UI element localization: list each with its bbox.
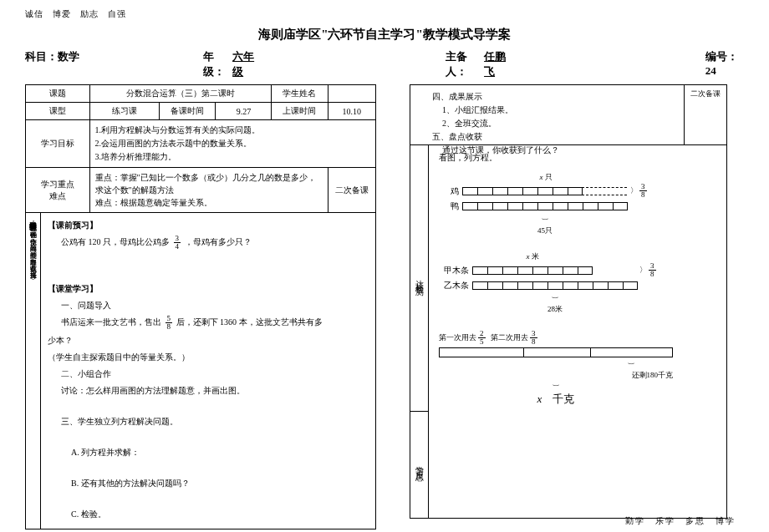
topic-table: 课题 分数混合运算（三）第二课时 学生姓名 课型 练习课 备课时间 9.27 上… [25,84,376,213]
section-2-text: 讨论：怎么样用画图的方法理解题意，并画出图。 [61,383,369,398]
right-top-content: 四、成果展示 1、小组汇报结果。 2、全班交流。 五、盘点收获 通过这节课，你收… [410,85,685,144]
diagrams-area: 看图，列方程。 x 只 鸡 〉38 鸭 [429,145,726,518]
page-title: 海则庙学区"六环节自主学习"教学模式导学案 [25,27,744,43]
question-end: 少本？ [48,333,369,347]
preview-question: 公鸡有 120 只，母鸡比公鸡多 34 ，母鸡有多少只？ [61,235,369,251]
goal-3: 3.培养分析推理能力。 [95,150,370,164]
use2-label: 第二次用去 [491,332,528,343]
section-3a: A. 列方程并求解： [71,445,369,459]
right-top-box: 四、成果展示 1、小组汇报结果。 2、全班交流。 五、盘点收获 通过这节课，你收… [410,84,727,145]
section-3b: B. 还有其他的方法解决问题吗？ [71,476,369,490]
diagram-2: x 米 甲木条 〉38 乙木条 ︸ 28米 [439,251,716,315]
section-3: 三、学生独立列方程解决问题。 [61,414,369,428]
side-sublabel: （呈现目标，明确任务；合作交流，问题导向；生问师答，定向释疑；盘点收获，拓展提升… [27,218,38,275]
question-bookstore: 书店运来一批文艺书，售出 58 后，还剩下 1360 本，这批文艺书共有多 [61,315,369,331]
section-4a: 1、小组汇报结果。 [442,104,675,117]
cell-student-value [328,85,376,103]
diagram-heading: 看图，列方程。 [439,152,716,164]
bar-b-label: 乙木条 [439,280,472,291]
grade-value: 六年级 [232,49,262,79]
host-label: 主备人： [446,49,484,79]
main-content: 【课前预习】 公鸡有 120 只，母鸡比公鸡多 34 ，母鸡有多少只？ 【课堂学… [41,213,376,529]
info-row: 科目：数学 年级： 六年级 主备人： 任鹏飞 编号：24 [25,49,744,79]
cell-goals: 1.利用方程解决与分数运算有关的实际问题。 2.会运用画图的方法表示题中的数量关… [89,120,375,168]
cell-type-label: 课型 [26,103,90,120]
note: （学生自主探索题目中的等量关系。） [48,350,369,364]
cell-classdate-value: 10.10 [328,103,376,120]
cell-topic-label: 课题 [26,85,90,103]
goal-1: 1.利用方程解决与分数运算有关的实际问题。 [95,124,370,137]
footer-motto: 勤学 乐学 多思 博学 [625,515,736,527]
cell-second-prep: 二次备课 [328,168,376,213]
fraction-icon: 34 [174,235,181,251]
diagram-3: 第一次用去 25 第二次用去 38 ︸ [439,330,716,407]
subject-label: 科目：数学 [25,49,203,79]
cell-keypoints-label: 学习重点 难点 [26,168,90,213]
cell-keypoints: 重点：掌握"已知比一个数多（或少）几分之几的数是多少，求这个数"的解题方法 难点… [89,168,328,213]
dabiao-label: 达标检测 [410,145,428,412]
second-prep-label: 二次备课 [685,85,726,144]
cell-prepdate-value: 9.27 [216,103,272,120]
len28: 28米 [472,304,638,315]
section-2: 二、小组合作 [61,367,369,381]
content-table: 学习提纲 （呈现目标，明确任务；合作交流，问题导向；生问师答，定向释疑；盘点收获… [25,212,376,529]
count45: 45只 [462,225,628,236]
cell-type-value: 练习课 [89,103,160,120]
goal-2: 2.会运用画图的方法表示题中的数量关系。 [95,137,370,150]
grade-label: 年级： [203,49,232,79]
header-motto: 诚信 博爱 励志 自强 [25,8,744,20]
remain-label: 还剩180千克 [439,370,673,381]
bar-a-label: 甲木条 [439,265,472,276]
section-4: 四、成果展示 [432,90,675,104]
section-4b: 2、全班交流。 [442,117,675,130]
serial-label: 编号：24 [705,49,744,79]
chicken-label: 鸡 [439,185,462,197]
cell-topic-value: 分数混合运算（三）第二课时 [89,85,272,103]
section-3c: C. 检验。 [71,507,369,521]
section-5: 五、盘点收获 [432,130,675,144]
duck-label: 鸭 [439,200,462,212]
cell-goals-label: 学习目标 [26,120,90,168]
preview-heading: 【课前预习】 [48,218,369,232]
side-label-cell: 学习提纲 （呈现目标，明确任务；合作交流，问题导向；生问师答，定向释疑；盘点收获… [26,213,41,529]
right-bottom-box: 达标检测 学习反思 看图，列方程。 x 只 鸡 〉38 [410,145,727,519]
cell-classdate-label: 上课时间 [272,103,328,120]
host-value: 任鹏飞 [484,49,513,79]
cell-prepdate-label: 备课时间 [160,103,216,120]
diagram-1: x 只 鸡 〉38 鸭 ︸ 45只 [439,172,716,236]
classroom-heading: 【课堂学习】 [48,281,369,296]
use1-label: 第一次用去 [439,332,476,343]
fraction-icon: 58 [166,315,173,331]
fansi-label: 学习反思 [410,412,428,518]
cell-student-label: 学生姓名 [272,85,328,103]
section-1: 一、问题导入 [61,298,369,312]
